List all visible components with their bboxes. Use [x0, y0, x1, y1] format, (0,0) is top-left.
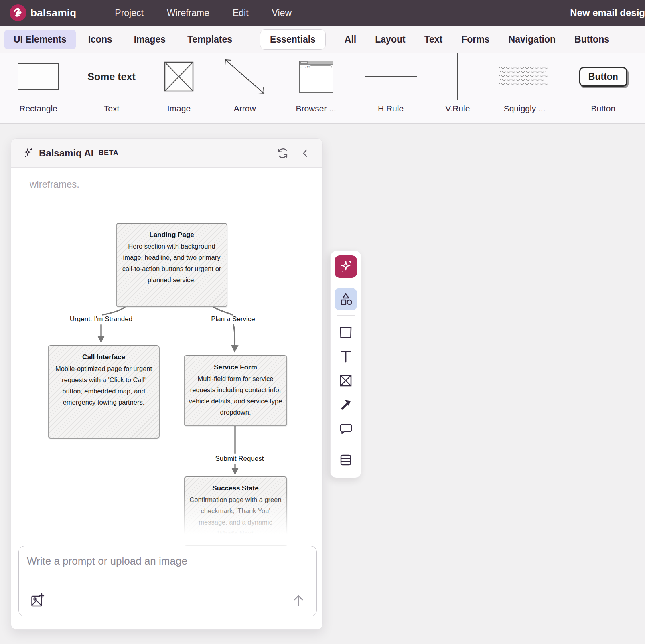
ai-panel-title: Balsamiq AI — [39, 148, 94, 159]
shelf-item-squiggly[interactable]: Squiggly ... — [499, 53, 551, 123]
balsamiq-logo-icon — [10, 4, 26, 21]
shelf-item-text[interactable]: Some text Text — [87, 53, 135, 123]
rectangle-thumb-icon — [18, 53, 59, 100]
hrule-thumb-icon — [365, 53, 417, 100]
image-icon — [339, 373, 353, 388]
arrow-thumb-icon — [222, 53, 267, 100]
image-upload-icon — [29, 593, 45, 609]
toolbar-divider — [337, 315, 355, 316]
ai-beta-badge: BETA — [99, 149, 119, 157]
arrow-tool-button[interactable] — [336, 395, 356, 414]
menu-edit[interactable]: Edit — [233, 8, 249, 18]
filter-all[interactable]: All — [345, 30, 356, 49]
squiggly-thumb-icon — [499, 53, 551, 100]
flow-node-success-state: Success State Confirmation page with a g… — [184, 476, 287, 545]
shelf-item-hrule[interactable]: H.Rule — [365, 53, 417, 123]
text-tool-button[interactable] — [336, 347, 356, 366]
shelf-item-browser[interactable]: ←→↻ Browser ... — [296, 53, 336, 123]
upload-image-button[interactable] — [27, 590, 48, 611]
tab-icons[interactable]: Icons — [79, 30, 122, 49]
balsamiq-logo[interactable]: balsamiq — [10, 4, 76, 21]
vrule-thumb-icon — [457, 53, 458, 100]
collapse-panel-button[interactable] — [298, 146, 312, 161]
document-title: New email desig — [570, 0, 645, 26]
tab-ui-elements[interactable]: UI Elements — [4, 30, 76, 49]
menu-project[interactable]: Project — [115, 8, 144, 18]
refresh-icon — [277, 147, 289, 159]
ui-element-shelf: Rectangle Some text Text Image — [0, 53, 645, 124]
shelf-item-image[interactable]: Image — [164, 53, 194, 123]
shapes-icon — [338, 292, 353, 307]
send-arrow-icon — [291, 593, 306, 608]
data-grid-tool-button[interactable] — [336, 451, 356, 469]
image-thumb-icon — [164, 53, 194, 100]
toolbar-divider — [337, 283, 355, 283]
data-grid-icon — [339, 453, 353, 467]
rectangle-icon — [339, 325, 353, 340]
tab-images[interactable]: Images — [124, 30, 175, 49]
ai-generate-button[interactable] — [335, 255, 357, 278]
comment-icon — [339, 421, 353, 436]
shelf-item-arrow[interactable]: Arrow — [222, 53, 267, 123]
filter-essentials[interactable]: Essentials — [260, 29, 326, 50]
comment-tool-button[interactable] — [336, 419, 356, 438]
browser-thumb-icon: ←→↻ — [299, 53, 333, 100]
ai-sparkle-icon — [22, 147, 34, 159]
wireframe-canvas[interactable]: Balsamiq AI BETA — [0, 124, 645, 644]
prompt-input[interactable] — [19, 546, 316, 588]
ai-panel-body: wireframes. — [11, 168, 322, 630]
menu-wireframe[interactable]: Wireframe — [167, 8, 209, 18]
edge-label-urgent: Urgent: I'm Stranded — [70, 315, 132, 323]
prompt-actions — [19, 589, 316, 616]
brand-name: balsamiq — [30, 7, 76, 19]
chevron-left-icon — [301, 148, 310, 158]
top-menu-bar: balsamiq Project Wireframe Edit View New… — [0, 0, 645, 26]
balsamiq-app: balsamiq Project Wireframe Edit View New… — [0, 0, 645, 644]
arrow-icon — [339, 398, 353, 411]
flow-node-landing-page: Landing Page Hero section with backgroun… — [116, 223, 227, 307]
menu-view[interactable]: View — [272, 8, 292, 18]
shelf-item-button[interactable]: Button Button — [579, 53, 627, 123]
ai-prompt-box — [18, 546, 317, 616]
shelf-item-rectangle[interactable]: Rectangle — [18, 53, 59, 123]
tab-filter-divider — [251, 29, 251, 50]
send-prompt-button[interactable] — [288, 591, 308, 611]
edge-label-plan-service: Plan a Service — [211, 315, 255, 323]
text-icon — [339, 350, 353, 363]
library-tab-bar: UI Elements Icons Images Templates Essen… — [0, 26, 645, 53]
edge-label-submit-request: Submit Request — [215, 455, 264, 463]
shelf-item-vrule[interactable]: V.Rule — [445, 53, 470, 123]
flow-node-service-form: Service Form Multi-field form for servic… — [184, 355, 287, 426]
flow-node-call-interface: Call Interface Mobile-optimized page for… — [48, 345, 160, 439]
ai-panel-header: Balsamiq AI BETA — [11, 139, 322, 168]
toolbar-divider — [337, 446, 355, 446]
button-thumb-icon: Button — [579, 53, 627, 100]
filter-text[interactable]: Text — [424, 30, 443, 49]
tab-templates[interactable]: Templates — [178, 30, 242, 49]
floating-toolbar — [330, 251, 361, 478]
filter-buttons[interactable]: Buttons — [574, 30, 609, 49]
rectangle-tool-button[interactable] — [336, 323, 356, 342]
image-tool-button[interactable] — [336, 371, 356, 390]
menu-items: Project Wireframe Edit View — [115, 8, 292, 18]
filter-navigation[interactable]: Navigation — [509, 30, 556, 49]
filter-layout[interactable]: Layout — [375, 30, 405, 49]
text-thumb-icon: Some text — [87, 53, 135, 100]
filter-forms[interactable]: Forms — [461, 30, 489, 49]
refresh-button[interactable] — [274, 145, 291, 162]
shape-library-button[interactable] — [335, 288, 357, 310]
balsamiq-ai-panel: Balsamiq AI BETA — [11, 138, 323, 630]
ai-sparkle-icon — [339, 259, 353, 274]
